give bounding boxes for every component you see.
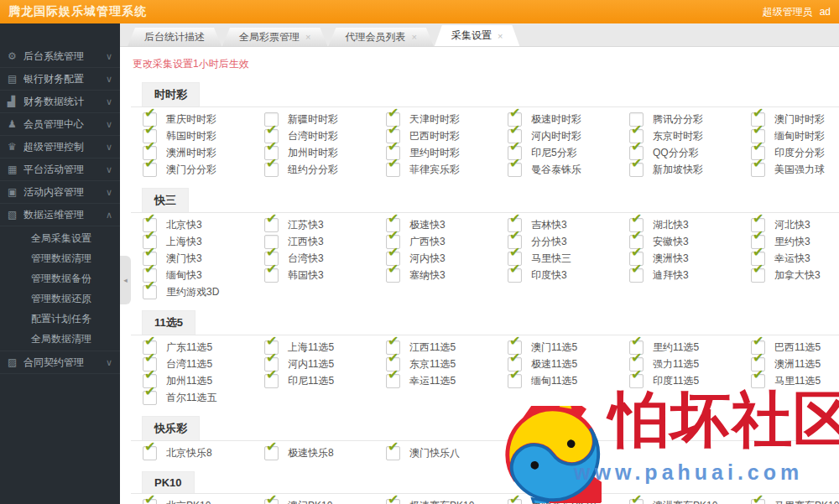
checkbox[interactable]: ✔ <box>143 499 157 504</box>
sidebar-item[interactable]: ♛超级管理控制∨ <box>0 136 120 158</box>
sidebar-subitem[interactable]: 配置计划任务 <box>0 309 120 329</box>
lottery-checkbox-item[interactable]: ✔韩国快3 <box>264 267 386 283</box>
checkbox[interactable]: ✔ <box>386 268 400 283</box>
lottery-checkbox-item[interactable]: ✔澳门时时彩 <box>751 111 839 127</box>
close-icon[interactable]: × <box>411 32 416 42</box>
sidebar-subitem[interactable]: 全局采集设置 <box>0 228 120 248</box>
checkbox[interactable]: ✔ <box>386 446 400 460</box>
lottery-checkbox-item[interactable]: ✔重庆时时彩 <box>143 111 264 127</box>
lottery-checkbox-item[interactable]: ✔加州时时彩 <box>264 144 386 161</box>
lottery-checkbox-item[interactable]: ✔美国强力球 <box>751 161 839 178</box>
checkbox[interactable]: ✔ <box>143 391 157 405</box>
lottery-checkbox-item[interactable]: ✔韩国时时彩 <box>143 127 264 144</box>
checkbox[interactable]: ✔ <box>386 374 400 388</box>
lottery-checkbox-item[interactable]: ✔缅甸时时彩 <box>751 127 839 144</box>
lottery-checkbox-item[interactable]: ✔QQ分分彩 <box>629 144 751 161</box>
lottery-checkbox-item[interactable]: ✔曼谷泰铢乐 <box>508 161 629 178</box>
lottery-checkbox-item[interactable]: ✔台湾时时彩 <box>264 127 386 144</box>
lottery-checkbox-item[interactable]: ✔加州11选5 <box>143 372 264 389</box>
lottery-checkbox-item[interactable]: ✔幸运快3 <box>751 250 839 267</box>
lottery-checkbox-item[interactable]: ✔巴西11选5 <box>751 339 839 356</box>
checkbox[interactable]: ✔ <box>264 446 279 460</box>
lottery-checkbox-item[interactable]: ✔极速快乐8 <box>264 444 386 461</box>
lottery-checkbox-item[interactable]: ✔里约11选5 <box>629 339 751 356</box>
lottery-checkbox-item[interactable]: ✔强力11选5 <box>629 356 751 372</box>
sidebar-subitem[interactable]: 管理数据备份 <box>0 268 120 288</box>
lottery-checkbox-item[interactable]: ✔河内11选5 <box>264 356 386 372</box>
checkbox[interactable]: ✔ <box>629 268 644 283</box>
lottery-checkbox-item[interactable]: ✔天津时时彩 <box>386 111 508 127</box>
lottery-checkbox-item[interactable]: ✔印尼5分彩 <box>508 144 629 161</box>
lottery-checkbox-item[interactable]: ✔上海快3 <box>143 233 264 250</box>
checkbox[interactable]: ✔ <box>264 374 279 388</box>
lottery-checkbox-item[interactable]: ✔吉林快3 <box>508 216 629 233</box>
checkbox[interactable]: ✔ <box>264 268 279 283</box>
sidebar-item[interactable]: ▦平台活动管理∨ <box>0 158 120 181</box>
lottery-checkbox-item[interactable]: 江西快3 <box>264 233 386 250</box>
sidebar-item[interactable]: ▣活动内容管理∨ <box>0 181 120 204</box>
lottery-checkbox-item[interactable]: ✔纽约分分彩 <box>264 161 386 178</box>
lottery-checkbox-item[interactable]: ✔北京快3 <box>143 216 264 233</box>
lottery-checkbox-item[interactable]: ✔印度分分彩 <box>751 144 839 161</box>
lottery-checkbox-item[interactable]: ✔塞纳快3 <box>386 267 508 283</box>
lottery-checkbox-item[interactable]: ✔澳门PK10 <box>264 497 386 504</box>
lottery-checkbox-item[interactable]: ✔新加坡快彩 <box>629 161 751 178</box>
lottery-checkbox-item[interactable]: ✔澳门分分彩 <box>143 161 264 178</box>
lottery-checkbox-item[interactable]: ✔广西快3 <box>386 233 508 250</box>
lottery-checkbox-item[interactable]: ✔广东11选5 <box>143 339 264 356</box>
lottery-checkbox-item[interactable]: ✔澳洲时时彩 <box>143 144 264 161</box>
checkbox[interactable]: ✔ <box>143 446 157 460</box>
lottery-checkbox-item[interactable]: ✔巴西时时彩 <box>386 127 508 144</box>
lottery-checkbox-item[interactable]: ✔台湾快3 <box>264 250 386 267</box>
lottery-checkbox-item[interactable]: ✔北京PK10 <box>143 497 264 504</box>
lottery-checkbox-item[interactable]: ✔澳洲快3 <box>629 250 751 267</box>
checkbox[interactable]: ✔ <box>751 163 765 177</box>
lottery-checkbox-item[interactable]: ✔湖北快3 <box>629 216 751 233</box>
lottery-checkbox-item[interactable]: ✔台湾11选5 <box>143 356 264 372</box>
sidebar-item[interactable]: ▧数据运维管理∧ <box>0 204 120 226</box>
checkbox[interactable]: ✔ <box>629 163 644 177</box>
lottery-checkbox-item[interactable]: ✔安徽快3 <box>629 233 751 250</box>
close-icon[interactable]: × <box>498 31 503 41</box>
sidebar-item[interactable]: ▟财务数据统计∨ <box>0 91 120 113</box>
lottery-checkbox-item[interactable]: ✔东京时时彩 <box>629 127 751 144</box>
lottery-checkbox-item[interactable]: ✔河内时时彩 <box>508 127 629 144</box>
sidebar-subitem[interactable]: 管理数据还原 <box>0 288 120 309</box>
lottery-checkbox-item[interactable]: ✔东京11选5 <box>386 356 508 372</box>
sidebar-item[interactable]: ♟会员管理中心∨ <box>0 113 120 136</box>
lottery-checkbox-item[interactable]: ✔印度快3 <box>508 267 629 283</box>
lottery-checkbox-item[interactable]: ✔极速11选5 <box>508 356 629 372</box>
lottery-checkbox-item[interactable]: ✔河内快3 <box>386 250 508 267</box>
lottery-checkbox-item[interactable]: ✔江西11选5 <box>386 339 508 356</box>
lottery-checkbox-item[interactable]: ✔上海11选5 <box>264 339 386 356</box>
lottery-checkbox-item[interactable]: ✔河北快3 <box>751 216 839 233</box>
checkbox[interactable]: ✔ <box>751 268 765 283</box>
sidebar-item[interactable]: ▤银行财务配置∨ <box>0 68 120 91</box>
checkbox[interactable]: ✔ <box>386 499 400 504</box>
checkbox[interactable]: ✔ <box>508 163 522 177</box>
lottery-checkbox-item[interactable]: ✔缅甸快3 <box>143 267 264 283</box>
lottery-checkbox-item[interactable]: ✔里约快3 <box>751 233 839 250</box>
lottery-checkbox-item[interactable]: 新疆时时彩 <box>264 111 386 127</box>
tab-item[interactable]: 代理会员列表× <box>328 28 433 46</box>
checkbox[interactable]: ✔ <box>386 163 400 177</box>
lottery-checkbox-item[interactable]: ✔极速赛车PK10 <box>386 497 508 504</box>
lottery-checkbox-item[interactable]: ✔迪拜快3 <box>629 267 751 283</box>
checkbox[interactable]: ✔ <box>508 268 522 283</box>
sidebar-item[interactable]: ⚙后台系统管理∨ <box>0 45 120 68</box>
sidebar-subitem[interactable]: 全局数据清理 <box>0 329 120 349</box>
sidebar-item[interactable]: ▨合同契约管理∨ <box>0 351 120 374</box>
lottery-checkbox-item[interactable]: ✔澳门11选5 <box>508 339 629 356</box>
lottery-checkbox-item[interactable]: ✔菲律宾乐彩 <box>386 161 508 178</box>
lottery-checkbox-item[interactable]: ✔江苏快3 <box>264 216 386 233</box>
lottery-checkbox-item[interactable]: ✔澳门快乐八 <box>386 444 508 461</box>
sidebar-subitem[interactable]: 管理数据清理 <box>0 248 120 268</box>
tab-item[interactable]: 全局彩票管理× <box>222 28 327 46</box>
checkbox[interactable]: ✔ <box>143 163 157 177</box>
sidebar-collapse-handle[interactable]: ◂ <box>120 256 131 304</box>
lottery-checkbox-item[interactable]: ✔马里快三 <box>508 250 629 267</box>
checkbox[interactable]: ✔ <box>264 499 279 504</box>
lottery-checkbox-item[interactable]: ✔分分快3 <box>508 233 629 250</box>
lottery-checkbox-item[interactable]: ✔极速时时彩 <box>508 111 629 127</box>
lottery-checkbox-item[interactable]: ✔北京快乐8 <box>143 444 264 461</box>
